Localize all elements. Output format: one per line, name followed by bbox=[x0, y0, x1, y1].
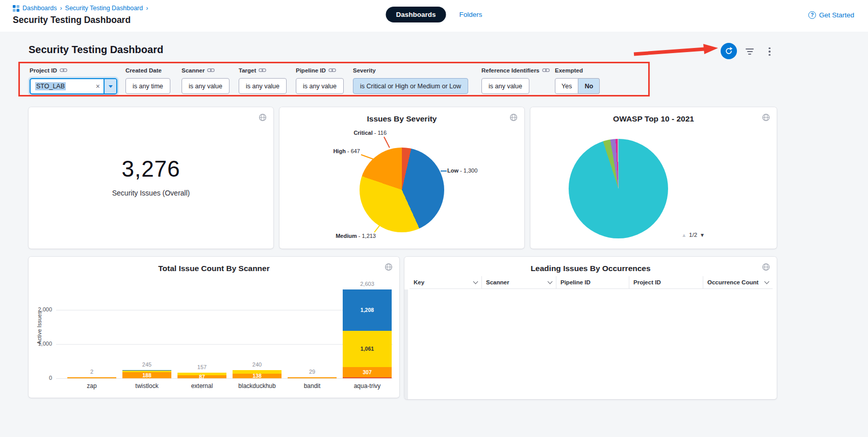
x-category-label: zap bbox=[64, 382, 119, 390]
bar-total-label: 2,603 bbox=[343, 281, 392, 287]
get-started-link[interactable]: ? Get Started bbox=[808, 11, 854, 19]
tile-title: Leading Issues By Occurrences bbox=[404, 264, 777, 273]
filter-value-target[interactable]: is any value bbox=[239, 78, 287, 94]
bar-segment-low: 1,208 bbox=[343, 289, 392, 331]
tile-issues-by-severity: Issues By Severity Critical - 116Low - 1… bbox=[279, 107, 524, 249]
filter-bar: Project IDSTO_LAB×Created Dateis any tim… bbox=[18, 62, 650, 96]
filter-value-severity[interactable]: is Critical or High or Medium or Low bbox=[353, 78, 468, 94]
stat-value: 3,276 bbox=[29, 156, 273, 182]
table-header: KeyScannerPipeline IDProject IDOccurrenc… bbox=[410, 276, 773, 289]
filter-label: Reference Identifiers bbox=[481, 67, 550, 74]
caret-down-icon bbox=[109, 85, 113, 88]
filter-label: Project ID bbox=[30, 67, 117, 74]
column-header-occurrence-count[interactable]: Occurrence Count bbox=[703, 276, 773, 288]
bar-segment-label: 188 bbox=[122, 373, 171, 378]
filter-label: Pipeline ID bbox=[296, 67, 344, 74]
page-title: Security Testing Dashboard bbox=[13, 15, 131, 26]
refresh-button[interactable] bbox=[721, 43, 737, 59]
annotation-arrow bbox=[632, 43, 720, 58]
table-gutter bbox=[404, 289, 408, 399]
bar-segment-high: 138 bbox=[233, 374, 282, 378]
tab-dashboards[interactable]: Dashboards bbox=[386, 7, 446, 22]
more-options-button[interactable] bbox=[765, 46, 774, 57]
bar-segment-label: 138 bbox=[233, 373, 282, 379]
filter-project-id: Project IDSTO_LAB× bbox=[30, 67, 117, 94]
dashboard-title: Security Testing Dashboard bbox=[29, 44, 163, 56]
bar-twistlock[interactable]: 188 bbox=[122, 370, 171, 378]
tile-leading-issues-by-occurrences: Leading Issues By Occurrences KeyScanner… bbox=[404, 257, 777, 399]
tile-title: Issues By Severity bbox=[279, 114, 524, 124]
filter-value-scanner[interactable]: is any value bbox=[182, 78, 229, 94]
filter-label-text: Reference Identifiers bbox=[481, 67, 540, 74]
bar-segment-critical bbox=[343, 377, 392, 378]
x-category-label: external bbox=[174, 382, 229, 390]
bar-aqua-trivy[interactable]: 1,2081,061307 bbox=[343, 289, 392, 378]
globe-icon bbox=[509, 113, 518, 122]
bar-segment-label: 307 bbox=[343, 370, 392, 375]
bar-zap[interactable] bbox=[67, 377, 116, 378]
bar-segment-high: 87 bbox=[177, 375, 226, 378]
x-category-label: bandit bbox=[285, 382, 340, 390]
bar-segment-high bbox=[288, 377, 337, 378]
filter-button[interactable] bbox=[744, 47, 755, 56]
page-up-icon[interactable]: ▲ bbox=[681, 232, 686, 238]
bar-bandit[interactable] bbox=[288, 377, 337, 378]
bar-total-label: 157 bbox=[177, 364, 226, 370]
filter-label-text: Severity bbox=[353, 67, 376, 74]
exempted-option-yes[interactable]: Yes bbox=[555, 78, 578, 94]
filter-exempted: ExemptedYesNo bbox=[555, 67, 600, 94]
bar-total-label: 245 bbox=[122, 361, 171, 368]
y-tick-label: 0 bbox=[30, 375, 52, 381]
bar-segment-label: 1,208 bbox=[343, 307, 392, 313]
breadcrumb: Dashboards › Security Testing Dashboard … bbox=[13, 5, 148, 12]
filter-value-pipeline-id[interactable]: is any value bbox=[296, 78, 344, 94]
filter-scanner: Scanneris any value bbox=[182, 67, 229, 94]
filter-target: Targetis any value bbox=[239, 67, 287, 94]
tile-title: OWASP Top 10 - 2021 bbox=[530, 114, 777, 124]
top-bar: Dashboards › Security Testing Dashboard … bbox=[0, 0, 868, 32]
bar-segment-medium: 1,061 bbox=[343, 331, 392, 367]
filter-lines-icon bbox=[746, 48, 754, 50]
bar-external[interactable]: 87 bbox=[177, 373, 226, 378]
globe-icon bbox=[762, 263, 770, 271]
page-down-icon[interactable]: ▼ bbox=[700, 232, 705, 238]
tab-folders[interactable]: Folders bbox=[459, 11, 482, 18]
bar-segment-label: 87 bbox=[177, 374, 226, 379]
x-category-label: aqua-trivy bbox=[340, 382, 395, 390]
stat-label: Security Issues (Overall) bbox=[29, 189, 273, 197]
pie-label-critical: Critical - 116 bbox=[330, 130, 387, 136]
column-header-key[interactable]: Key bbox=[410, 276, 482, 288]
column-label: Key bbox=[414, 279, 424, 285]
clear-icon[interactable]: × bbox=[92, 82, 104, 90]
breadcrumb-dashboards[interactable]: Dashboards bbox=[22, 5, 57, 12]
exempted-option-no[interactable]: No bbox=[578, 78, 600, 94]
filter-label-text: Created Date bbox=[125, 67, 162, 74]
column-header-scanner[interactable]: Scanner bbox=[482, 276, 556, 288]
filter-label: Created Date bbox=[125, 67, 170, 74]
column-header-project-id[interactable]: Project ID bbox=[629, 276, 703, 288]
filter-severity: Severityis Critical or High or Medium or… bbox=[353, 67, 468, 94]
breadcrumb-current[interactable]: Security Testing Dashboard bbox=[65, 5, 143, 12]
severity-pie-chart[interactable] bbox=[360, 148, 444, 232]
bar-total-label: 29 bbox=[288, 369, 337, 375]
filter-value-reference-identifiers[interactable]: is any value bbox=[481, 78, 529, 94]
pie-leader-line bbox=[441, 171, 447, 172]
column-header-pipeline-id[interactable]: Pipeline ID bbox=[556, 276, 629, 288]
filter-label: Exempted bbox=[555, 67, 600, 74]
exempted-toggle: YesNo bbox=[555, 78, 600, 94]
tile-owasp-top10: OWASP Top 10 - 2021 ▲ 1/2 ▼ bbox=[530, 107, 777, 249]
filter-value-created-date[interactable]: is any time bbox=[125, 78, 170, 94]
filter-label-text: Pipeline ID bbox=[296, 67, 326, 74]
kebab-icon bbox=[769, 47, 771, 50]
link-icon bbox=[259, 67, 266, 74]
bar-blackduckhub[interactable]: 138 bbox=[233, 370, 282, 378]
filter-label: Severity bbox=[353, 67, 468, 74]
bar-segment-label: 1,061 bbox=[343, 346, 392, 352]
link-icon bbox=[60, 67, 67, 74]
filter-label: Target bbox=[239, 67, 287, 74]
globe-icon bbox=[385, 263, 393, 271]
project-id-combobox[interactable]: STO_LAB× bbox=[30, 78, 117, 94]
owasp-pie-chart[interactable] bbox=[569, 139, 668, 238]
dropdown-caret[interactable] bbox=[104, 79, 116, 93]
refresh-icon bbox=[724, 46, 733, 56]
